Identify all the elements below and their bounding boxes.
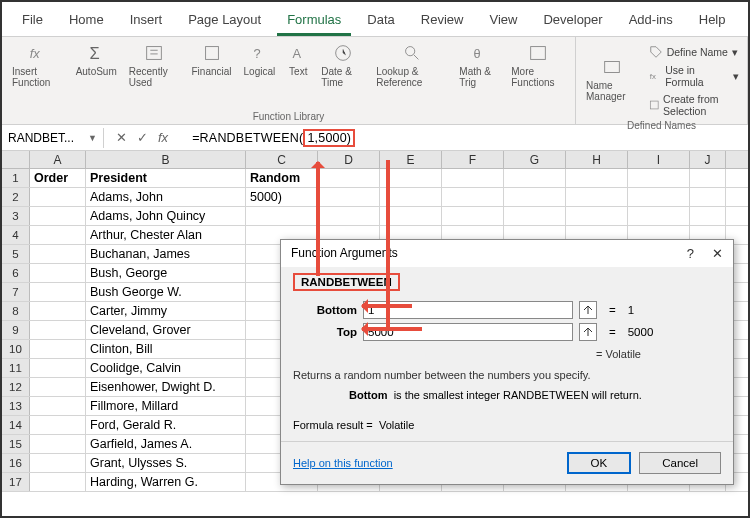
cell[interactable] [246,207,318,225]
row-header[interactable]: 15 [2,435,30,453]
cell[interactable] [30,264,86,282]
logical-button[interactable]: ? Logical [240,40,280,79]
cell[interactable]: Bush George W. [86,283,246,301]
cell[interactable]: Adams, John Quincy [86,207,246,225]
cell[interactable] [30,207,86,225]
cell[interactable] [30,226,86,244]
name-box-dropdown-icon[interactable]: ▼ [88,133,97,143]
cell[interactable] [30,340,86,358]
math-button[interactable]: θ Math & Trig [455,40,503,90]
cell[interactable]: Adams, John [86,188,246,206]
lookup-button[interactable]: Lookup & Reference [372,40,451,90]
dialog-titlebar[interactable]: Function Arguments ? ✕ [281,240,733,267]
name-box[interactable]: RANDBET... ▼ [2,128,104,148]
cell[interactable] [30,188,86,206]
cell[interactable]: Harding, Warren G. [86,473,246,491]
cell[interactable] [30,416,86,434]
cell[interactable] [628,188,690,206]
cell[interactable] [318,188,380,206]
col-header-G[interactable]: G [504,151,566,168]
name-manager-button[interactable]: Name Manager [582,54,643,104]
cell[interactable] [442,188,504,206]
cell[interactable] [690,207,726,225]
cell[interactable] [628,207,690,225]
use-in-formula-button[interactable]: fxUse in Formula ▾ [647,63,741,89]
cell[interactable]: 5000) [246,188,318,206]
dialog-close-icon[interactable]: ✕ [712,246,723,261]
financial-button[interactable]: Financial [188,40,236,79]
cell[interactable]: Arthur, Chester Alan [86,226,246,244]
row-header[interactable]: 16 [2,454,30,472]
cell[interactable]: Bush, George [86,264,246,282]
row-header[interactable]: 12 [2,378,30,396]
cell[interactable] [504,207,566,225]
define-name-button[interactable]: Define Name ▾ [647,44,741,60]
cell[interactable]: Fillmore, Millard [86,397,246,415]
col-header-B[interactable]: B [86,151,246,168]
cell[interactable] [566,188,628,206]
create-from-selection-button[interactable]: Create from Selection [647,92,741,118]
cell[interactable] [30,245,86,263]
cell[interactable] [30,473,86,491]
dialog-help-icon[interactable]: ? [687,246,694,261]
cell[interactable]: Carter, Jimmy [86,302,246,320]
col-header-A[interactable]: A [30,151,86,168]
bottom-range-picker[interactable] [579,301,597,319]
cell[interactable] [30,378,86,396]
enter-formula-button[interactable]: ✓ [137,130,148,145]
cell[interactable] [628,169,690,187]
cell[interactable] [442,169,504,187]
fx-icon[interactable]: fx [158,130,174,145]
tab-home[interactable]: Home [59,6,114,36]
row-header[interactable]: 4 [2,226,30,244]
cell[interactable] [690,169,726,187]
cell[interactable] [566,207,628,225]
cell[interactable] [690,188,726,206]
cell[interactable]: President [86,169,246,187]
cell[interactable]: Garfield, James A. [86,435,246,453]
top-range-picker[interactable] [579,323,597,341]
cell[interactable]: Buchanan, James [86,245,246,263]
cell[interactable]: Clinton, Bill [86,340,246,358]
top-input[interactable] [363,323,573,341]
cell[interactable] [318,169,380,187]
row-header[interactable]: 5 [2,245,30,263]
row-header[interactable]: 2 [2,188,30,206]
row-header[interactable]: 1 [2,169,30,187]
autosum-button[interactable]: Σ AutoSum [72,40,121,79]
cell[interactable]: Ford, Gerald R. [86,416,246,434]
cancel-formula-button[interactable]: ✕ [116,130,127,145]
cell[interactable] [504,169,566,187]
col-header-F[interactable]: F [442,151,504,168]
help-link[interactable]: Help on this function [293,457,393,469]
row-header[interactable]: 7 [2,283,30,301]
cell[interactable] [30,454,86,472]
insert-function-button[interactable]: fx Insert Function [8,40,68,90]
formula-bar[interactable]: =RANDBETWEEN(1,5000) [186,127,361,149]
tab-file[interactable]: File [12,6,53,36]
tab-addins[interactable]: Add-ins [619,6,683,36]
row-header[interactable]: 3 [2,207,30,225]
cell[interactable]: Coolidge, Calvin [86,359,246,377]
tab-view[interactable]: View [479,6,527,36]
cell[interactable] [30,359,86,377]
cell[interactable] [30,302,86,320]
tab-help[interactable]: Help [689,6,736,36]
row-header[interactable]: 8 [2,302,30,320]
cell[interactable] [442,207,504,225]
text-button[interactable]: A Text [283,40,313,79]
row-header[interactable]: 13 [2,397,30,415]
row-header[interactable]: 11 [2,359,30,377]
tab-data[interactable]: Data [357,6,404,36]
cell[interactable]: Eisenhower, Dwight D. [86,378,246,396]
col-header-I[interactable]: I [628,151,690,168]
cell[interactable]: Cleveland, Grover [86,321,246,339]
cell[interactable] [566,169,628,187]
cell[interactable]: Random [246,169,318,187]
row-header[interactable]: 9 [2,321,30,339]
tab-formulas[interactable]: Formulas [277,6,351,36]
more-functions-button[interactable]: More Functions [507,40,569,90]
row-header[interactable]: 10 [2,340,30,358]
cell[interactable] [30,283,86,301]
date-time-button[interactable]: Date & Time [317,40,368,90]
